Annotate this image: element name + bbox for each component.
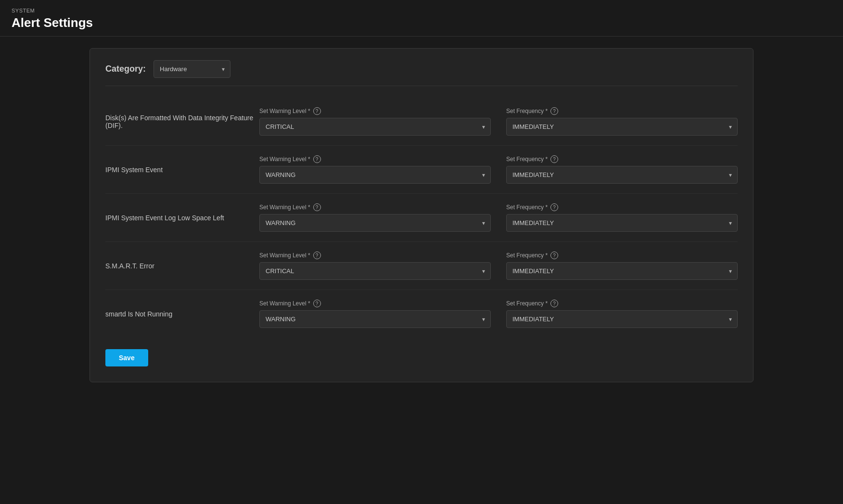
warning-level-select-wrapper-disk-dif[interactable]: CRITICALWARNINGINFO <box>259 118 491 136</box>
frequency-text: Set Frequency * <box>506 156 548 163</box>
frequency-help-icon[interactable]: ? <box>550 252 558 259</box>
frequency-select-smartd-not-running[interactable]: IMMEDIATELYHOURLYDAILYWEEKLY <box>506 310 738 328</box>
alert-controls-ipmi-log: Set Warning Level *?CRITICALWARNINGINFOS… <box>259 203 738 232</box>
warning-level-text: Set Warning Level * <box>259 300 310 307</box>
warning-level-group-disk-dif: Set Warning Level *?CRITICALWARNINGINFO <box>259 107 491 136</box>
warning-level-select-wrapper-ipmi-log[interactable]: CRITICALWARNINGINFO <box>259 214 491 232</box>
frequency-label-smartd-not-running: Set Frequency *? <box>506 300 738 307</box>
category-row: Category: Hardware Software Network Stor… <box>105 60 738 86</box>
frequency-text: Set Frequency * <box>506 204 548 211</box>
alert-controls-smartd-not-running: Set Warning Level *?CRITICALWARNINGINFOS… <box>259 300 738 328</box>
warning-level-help-icon[interactable]: ? <box>313 252 321 259</box>
warning-level-select-wrapper-ipmi-event[interactable]: CRITICALWARNINGINFO <box>259 166 491 184</box>
warning-level-group-ipmi-event: Set Warning Level *?CRITICALWARNINGINFO <box>259 155 491 184</box>
frequency-help-icon[interactable]: ? <box>550 155 558 163</box>
category-select[interactable]: Hardware Software Network Storage <box>153 60 230 78</box>
frequency-help-icon[interactable]: ? <box>550 300 558 307</box>
warning-level-select-wrapper-smart-error[interactable]: CRITICALWARNINGINFO <box>259 262 491 280</box>
warning-level-select-disk-dif[interactable]: CRITICALWARNINGINFO <box>259 118 491 136</box>
page-title: Alert Settings <box>12 15 831 30</box>
warning-level-help-icon[interactable]: ? <box>313 300 321 307</box>
alert-row: IPMI System Event Log Low Space LeftSet … <box>105 194 738 242</box>
frequency-select-ipmi-event[interactable]: IMMEDIATELYHOURLYDAILYWEEKLY <box>506 166 738 184</box>
alert-row: S.M.A.R.T. ErrorSet Warning Level *?CRIT… <box>105 242 738 290</box>
frequency-group-disk-dif: Set Frequency *?IMMEDIATELYHOURLYDAILYWE… <box>506 107 738 136</box>
frequency-select-wrapper-disk-dif[interactable]: IMMEDIATELYHOURLYDAILYWEEKLY <box>506 118 738 136</box>
warning-level-select-ipmi-event[interactable]: CRITICALWARNINGINFO <box>259 166 491 184</box>
alert-controls-smart-error: Set Warning Level *?CRITICALWARNINGINFOS… <box>259 252 738 280</box>
warning-level-group-smartd-not-running: Set Warning Level *?CRITICALWARNINGINFO <box>259 300 491 328</box>
frequency-text: Set Frequency * <box>506 108 548 114</box>
alert-row: Disk(s) Are Formatted With Data Integrit… <box>105 98 738 146</box>
warning-level-help-icon[interactable]: ? <box>313 203 321 211</box>
frequency-help-icon[interactable]: ? <box>550 107 558 115</box>
warning-level-help-icon[interactable]: ? <box>313 155 321 163</box>
frequency-select-ipmi-log[interactable]: IMMEDIATELYHOURLYDAILYWEEKLY <box>506 214 738 232</box>
category-dropdown-wrapper[interactable]: Hardware Software Network Storage <box>153 60 230 78</box>
frequency-text: Set Frequency * <box>506 252 548 259</box>
frequency-select-disk-dif[interactable]: IMMEDIATELYHOURLYDAILYWEEKLY <box>506 118 738 136</box>
frequency-text: Set Frequency * <box>506 300 548 307</box>
warning-level-text: Set Warning Level * <box>259 204 310 211</box>
warning-level-text: Set Warning Level * <box>259 156 310 163</box>
frequency-group-smart-error: Set Frequency *?IMMEDIATELYHOURLYDAILYWE… <box>506 252 738 280</box>
alerts-container: Disk(s) Are Formatted With Data Integrit… <box>105 98 738 338</box>
warning-level-label-disk-dif: Set Warning Level *? <box>259 107 491 115</box>
alert-name-smartd-not-running: smartd Is Not Running <box>105 310 259 318</box>
warning-level-select-smartd-not-running[interactable]: CRITICALWARNINGINFO <box>259 310 491 328</box>
alert-controls-ipmi-event: Set Warning Level *?CRITICALWARNINGINFOS… <box>259 155 738 184</box>
settings-card: Category: Hardware Software Network Stor… <box>89 48 754 382</box>
frequency-select-wrapper-ipmi-log[interactable]: IMMEDIATELYHOURLYDAILYWEEKLY <box>506 214 738 232</box>
frequency-label-ipmi-log: Set Frequency *? <box>506 203 738 211</box>
alert-controls-disk-dif: Set Warning Level *?CRITICALWARNINGINFOS… <box>259 107 738 136</box>
warning-level-group-ipmi-log: Set Warning Level *?CRITICALWARNINGINFO <box>259 203 491 232</box>
save-button[interactable]: Save <box>105 349 148 366</box>
category-label: Category: <box>105 64 146 74</box>
frequency-group-ipmi-log: Set Frequency *?IMMEDIATELYHOURLYDAILYWE… <box>506 203 738 232</box>
frequency-select-wrapper-smart-error[interactable]: IMMEDIATELYHOURLYDAILYWEEKLY <box>506 262 738 280</box>
alert-name-ipmi-log: IPMI System Event Log Low Space Left <box>105 214 259 222</box>
alert-row: smartd Is Not RunningSet Warning Level *… <box>105 290 738 338</box>
warning-level-help-icon[interactable]: ? <box>313 107 321 115</box>
warning-level-select-smart-error[interactable]: CRITICALWARNINGINFO <box>259 262 491 280</box>
warning-level-label-smart-error: Set Warning Level *? <box>259 252 491 259</box>
warning-level-select-wrapper-smartd-not-running[interactable]: CRITICALWARNINGINFO <box>259 310 491 328</box>
system-label: SYSTEM <box>12 8 831 13</box>
page-header: SYSTEM Alert Settings <box>0 0 843 37</box>
frequency-label-smart-error: Set Frequency *? <box>506 252 738 259</box>
frequency-group-ipmi-event: Set Frequency *?IMMEDIATELYHOURLYDAILYWE… <box>506 155 738 184</box>
warning-level-group-smart-error: Set Warning Level *?CRITICALWARNINGINFO <box>259 252 491 280</box>
warning-level-select-ipmi-log[interactable]: CRITICALWARNINGINFO <box>259 214 491 232</box>
frequency-label-disk-dif: Set Frequency *? <box>506 107 738 115</box>
alert-name-smart-error: S.M.A.R.T. Error <box>105 262 259 270</box>
warning-level-label-ipmi-event: Set Warning Level *? <box>259 155 491 163</box>
frequency-select-smart-error[interactable]: IMMEDIATELYHOURLYDAILYWEEKLY <box>506 262 738 280</box>
alert-name-ipmi-event: IPMI System Event <box>105 166 259 174</box>
warning-level-text: Set Warning Level * <box>259 108 310 114</box>
frequency-select-wrapper-ipmi-event[interactable]: IMMEDIATELYHOURLYDAILYWEEKLY <box>506 166 738 184</box>
frequency-select-wrapper-smartd-not-running[interactable]: IMMEDIATELYHOURLYDAILYWEEKLY <box>506 310 738 328</box>
frequency-label-ipmi-event: Set Frequency *? <box>506 155 738 163</box>
alert-name-disk-dif: Disk(s) Are Formatted With Data Integrit… <box>105 114 259 129</box>
main-content: Category: Hardware Software Network Stor… <box>0 37 843 394</box>
alert-row: IPMI System EventSet Warning Level *?CRI… <box>105 146 738 194</box>
warning-level-text: Set Warning Level * <box>259 252 310 259</box>
frequency-group-smartd-not-running: Set Frequency *?IMMEDIATELYHOURLYDAILYWE… <box>506 300 738 328</box>
warning-level-label-ipmi-log: Set Warning Level *? <box>259 203 491 211</box>
warning-level-label-smartd-not-running: Set Warning Level *? <box>259 300 491 307</box>
frequency-help-icon[interactable]: ? <box>550 203 558 211</box>
